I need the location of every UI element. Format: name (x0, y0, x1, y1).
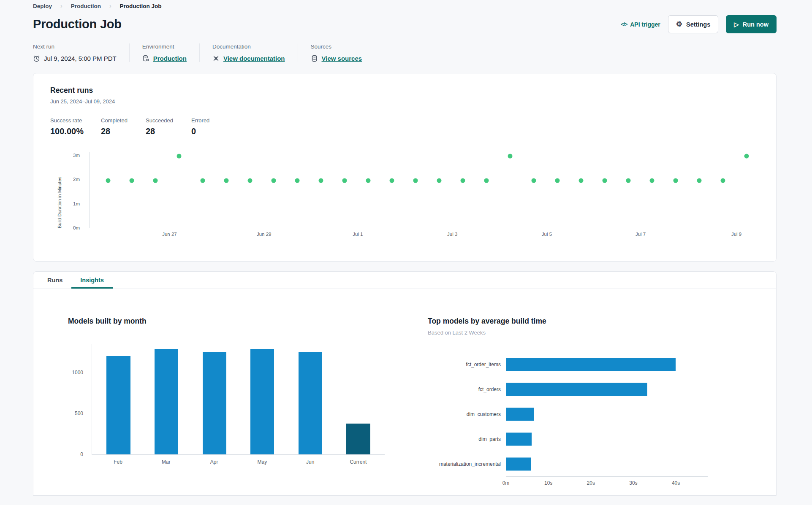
hbar-x-tick-label: 10s (544, 480, 552, 486)
stat-value: 28 (146, 127, 191, 136)
run-dot[interactable] (295, 178, 300, 183)
sources-label: Sources (311, 43, 362, 50)
run-now-label: Run now (743, 21, 769, 28)
run-dot[interactable] (603, 178, 607, 183)
hbar-row: fct_orders (428, 377, 776, 402)
settings-button[interactable]: ⚙ Settings (668, 15, 718, 33)
hbar-x-tick-label: 0m (502, 480, 510, 486)
job-info-row: Next run Jul 9, 2024, 5:00 PM PDT Enviro… (33, 43, 777, 62)
environment-label: Environment (142, 43, 187, 50)
breadcrumb: Deploy › Production › Production Job (33, 0, 777, 9)
scatter-y-ticks: 3m2m1m0m (65, 152, 84, 228)
models-built-by-month-title: Models built by month (68, 317, 428, 326)
run-dot[interactable] (413, 178, 418, 183)
build-time-bar-dim_parts (506, 432, 532, 446)
run-dot[interactable] (390, 178, 394, 183)
run-dot[interactable] (248, 178, 253, 183)
run-dot[interactable] (130, 178, 134, 183)
hbar-row: materialization_incremental (428, 451, 776, 476)
run-dot[interactable] (650, 178, 654, 183)
top-models-title: Top models by average build time (428, 317, 776, 326)
hbar-x-axis: 0m10s20s30s40s (506, 476, 708, 487)
run-dot[interactable] (697, 178, 702, 183)
documentation-label: Documentation (212, 43, 285, 50)
scatter-x-tick-label: Jul 7 (635, 232, 646, 237)
run-dot[interactable] (721, 178, 725, 183)
page-title: Production Job (33, 17, 122, 31)
run-dot[interactable] (272, 178, 276, 183)
scatter-x-tick-label: Jul 1 (353, 232, 363, 237)
stat-value: 28 (101, 127, 146, 136)
view-documentation-link[interactable]: View documentation (223, 55, 285, 62)
month-bar-may (250, 349, 274, 454)
scatter-y-tick-label: 2m (73, 177, 80, 182)
models-built-by-month-section: Models built by month 05001000 FebMarApr… (68, 317, 428, 487)
models-built-by-month-chart: 05001000 FebMarAprMayJunCurrent (68, 344, 428, 471)
scatter-plot-area (89, 152, 759, 228)
run-dot[interactable] (106, 178, 111, 183)
next-run-value: Jul 9, 2024, 5:00 PM PDT (44, 55, 117, 62)
run-dot[interactable] (532, 178, 536, 183)
model-name-label: fct_order_items (428, 362, 506, 367)
stat-errored: Errored 0 (191, 117, 209, 136)
run-dot[interactable] (319, 178, 323, 183)
settings-label: Settings (686, 21, 710, 28)
breadcrumb-deploy[interactable]: Deploy (33, 3, 52, 9)
run-dot[interactable] (177, 154, 182, 158)
bar-chart-x-ticks: FebMarAprMayJunCurrent (92, 459, 385, 467)
run-dot[interactable] (555, 178, 560, 183)
environment-database-icon (142, 55, 149, 62)
month-bar-current (346, 424, 370, 454)
run-now-button[interactable]: ▷ Run now (726, 15, 777, 33)
header-actions: </> API trigger ⚙ Settings ▷ Run now (621, 15, 777, 33)
chevron-right-icon: › (109, 3, 111, 9)
play-icon: ▷ (734, 21, 739, 27)
run-dot[interactable] (508, 154, 513, 158)
run-dot[interactable] (366, 178, 371, 183)
tab-insights[interactable]: Insights (71, 272, 113, 289)
run-dot[interactable] (673, 178, 678, 183)
run-dot[interactable] (579, 178, 584, 183)
hbar-row: dim_customers (428, 402, 776, 427)
hbar-track (506, 427, 701, 451)
hbar-track (506, 352, 701, 377)
top-models-chart: fct_order_itemsfct_ordersdim_customersdi… (428, 352, 776, 487)
next-run-column: Next run Jul 9, 2024, 5:00 PM PDT (33, 43, 129, 62)
database-icon (311, 55, 318, 62)
chevron-right-icon: › (60, 3, 62, 9)
stat-success-rate: Success rate 100.00% (50, 117, 101, 136)
stat-label: Succeeded (146, 117, 191, 124)
scatter-y-axis-label: Build Duration in Minutes (57, 152, 62, 228)
next-run-label: Next run (33, 43, 117, 50)
top-models-subtitle: Based on Last 2 Weeks (428, 329, 776, 336)
page-header: Production Job </> API trigger ⚙ Setting… (33, 15, 777, 33)
run-dot[interactable] (484, 178, 489, 183)
stat-label: Completed (101, 117, 146, 124)
run-dot[interactable] (342, 178, 347, 183)
production-job-page: Deploy › Production › Production Job Pro… (0, 0, 812, 505)
run-dot[interactable] (744, 154, 749, 158)
run-dot[interactable] (461, 178, 465, 183)
code-icon: </> (621, 22, 627, 27)
bar-x-tick-label: Mar (162, 459, 171, 465)
stat-value: 0 (191, 127, 209, 136)
run-dot[interactable] (153, 178, 158, 183)
run-dot[interactable] (201, 178, 205, 183)
environment-column: Environment Production (129, 43, 199, 62)
run-dot[interactable] (437, 178, 442, 183)
run-dot[interactable] (224, 178, 229, 183)
breadcrumb-production[interactable]: Production (71, 3, 101, 9)
environment-link[interactable]: Production (153, 55, 187, 62)
api-trigger-link[interactable]: </> API trigger (621, 21, 660, 28)
month-bar-apr (203, 352, 226, 454)
month-bar-jun (299, 352, 322, 454)
view-sources-link[interactable]: View sources (322, 55, 362, 62)
recent-runs-card: Recent runs Jun 25, 2024–Jul 09, 2024 Su… (33, 73, 777, 262)
run-dot[interactable] (626, 178, 631, 183)
tab-runs[interactable]: Runs (38, 272, 71, 289)
scatter-y-tick-label: 1m (73, 201, 80, 206)
insights-panel: Models built by month 05001000 FebMarApr… (33, 289, 776, 487)
scatter-x-tick-label: Jul 9 (731, 232, 741, 237)
month-bar-mar (155, 349, 178, 454)
gear-icon: ⚙ (676, 21, 682, 28)
